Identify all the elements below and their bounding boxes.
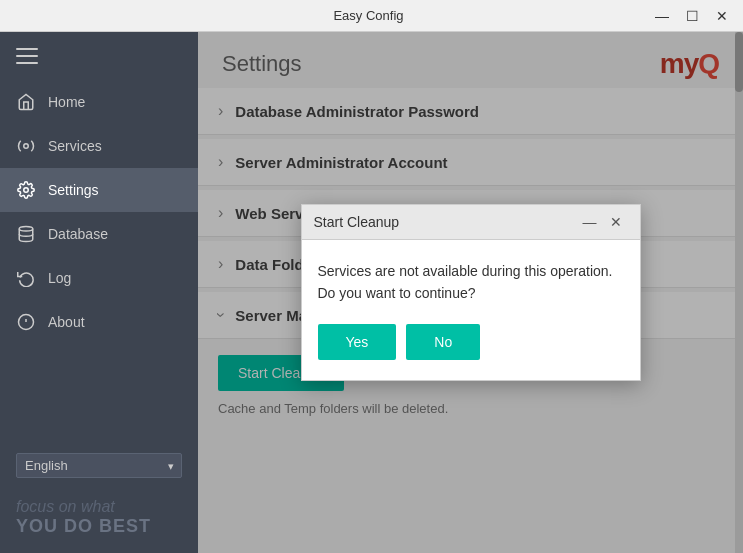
- language-selector-wrap: English Czech German French Spanish: [16, 453, 182, 478]
- modal-minimize-button[interactable]: —: [578, 213, 602, 231]
- svg-point-0: [24, 144, 29, 149]
- sidebar-item-home-label: Home: [48, 94, 85, 110]
- modal-dialog: Start Cleanup — ✕ Services are not avail…: [301, 204, 641, 382]
- modal-title: Start Cleanup: [314, 214, 400, 230]
- svg-point-1: [24, 188, 29, 193]
- close-button[interactable]: ✕: [709, 6, 735, 26]
- modal-message: Services are not available during this o…: [318, 260, 624, 305]
- tagline-line2: YOU DO BEST: [16, 516, 182, 537]
- menu-toggle-button[interactable]: [0, 32, 198, 80]
- modal-content: Services are not available during this o…: [302, 240, 640, 381]
- window-title: Easy Config: [88, 8, 649, 23]
- database-icon: [16, 224, 36, 244]
- about-icon: [16, 312, 36, 332]
- modal-overlay: Start Cleanup — ✕ Services are not avail…: [198, 32, 743, 553]
- sidebar-nav: Home Services Settings: [0, 80, 198, 429]
- sidebar-item-settings[interactable]: Settings: [0, 168, 198, 212]
- sidebar-item-database[interactable]: Database: [0, 212, 198, 256]
- hamburger-icon: [16, 48, 38, 64]
- sidebar-item-log-label: Log: [48, 270, 71, 286]
- sidebar-item-about[interactable]: About: [0, 300, 198, 344]
- title-bar: Easy Config — ☐ ✕: [0, 0, 743, 32]
- modal-close-button[interactable]: ✕: [604, 213, 628, 231]
- content-area: Settings myQ › Database Administrator Pa…: [198, 32, 743, 553]
- modal-message-line2: Do you want to continue?: [318, 282, 624, 304]
- modal-message-line1: Services are not available during this o…: [318, 260, 624, 282]
- modal-no-button[interactable]: No: [406, 324, 480, 360]
- services-icon: [16, 136, 36, 156]
- tagline-line1: focus on what: [16, 498, 182, 516]
- window-controls: — ☐ ✕: [649, 6, 735, 26]
- language-select[interactable]: English Czech German French Spanish: [16, 453, 182, 478]
- home-icon: [16, 92, 36, 112]
- minimize-button[interactable]: —: [649, 6, 675, 26]
- sidebar-item-database-label: Database: [48, 226, 108, 242]
- log-icon: [16, 268, 36, 288]
- sidebar-item-settings-label: Settings: [48, 182, 99, 198]
- modal-controls: — ✕: [578, 213, 628, 231]
- sidebar-item-services-label: Services: [48, 138, 102, 154]
- language-select-container: English Czech German French Spanish: [16, 453, 182, 478]
- modal-titlebar: Start Cleanup — ✕: [302, 205, 640, 240]
- sidebar-bottom: English Czech German French Spanish focu…: [0, 429, 198, 553]
- sidebar-item-services[interactable]: Services: [0, 124, 198, 168]
- svg-point-2: [19, 227, 33, 232]
- maximize-button[interactable]: ☐: [679, 6, 705, 26]
- sidebar-item-home[interactable]: Home: [0, 80, 198, 124]
- main-layout: Home Services Settings: [0, 32, 743, 553]
- modal-yes-button[interactable]: Yes: [318, 324, 397, 360]
- sidebar-item-log[interactable]: Log: [0, 256, 198, 300]
- settings-icon: [16, 180, 36, 200]
- sidebar: Home Services Settings: [0, 32, 198, 553]
- modal-actions: Yes No: [318, 324, 624, 360]
- sidebar-item-about-label: About: [48, 314, 85, 330]
